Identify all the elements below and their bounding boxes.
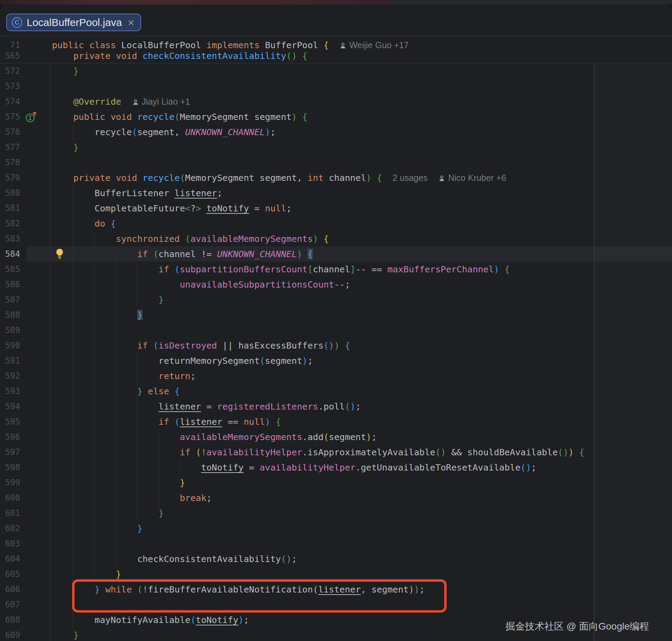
gutter [26,521,50,536]
gutter [26,627,50,641]
code-token: ( [174,416,180,427]
code-line: 590 if (isDestroyed || hasExcessBuffers(… [0,338,672,353]
line-number: 593 [0,384,26,399]
gutter [26,155,50,170]
code-token [201,203,206,213]
code-text: if (subpartitionBuffersCount[channel]-- … [50,262,672,277]
code-token: ; [355,401,361,412]
code-text: availableMemorySegments.add(segment); [50,429,672,445]
code-token: recycle [143,173,180,183]
code-line: 597 if (!availabilityHelper.isApproximat… [0,445,672,460]
code-text: } [50,506,672,521]
line-number: 602 [0,521,26,536]
code-token: toNotify [206,203,249,213]
line-number: 582 [0,216,26,231]
code-token [52,173,73,183]
line-number: 606 [0,582,26,597]
code-token [52,96,73,107]
line-number: 609 [0,627,26,641]
code-line: 588 } [0,307,672,323]
line-number: 607 [0,597,26,612]
gutter [26,170,50,185]
line-number: 565 [0,51,26,61]
code-line: 600 break; [0,490,672,506]
gutter [26,460,50,475]
author-inlay[interactable]: Weijie Guo +17 [339,40,408,50]
gutter [26,63,50,79]
tab-localbufferpool-java[interactable]: C LocalBufferPool.java × [6,14,141,31]
ide-window: C LocalBufferPool.java × 71public class … [0,0,672,641]
code-token: if [158,416,169,427]
code-token: { [308,249,313,259]
right-margin-guide [594,36,594,641]
code-token: ( [260,355,265,366]
code-token: registeredListeners [217,401,318,412]
code-token: CompletableFuture [52,203,185,213]
code-token [148,340,153,351]
code-token: } [52,142,79,152]
code-token: subpartitionBuffersCount [180,264,307,274]
code-token: isDestroyed [158,340,217,351]
code-token: } [52,508,164,518]
code-token [371,173,377,183]
code-token: ; [286,203,292,213]
code-line: 591 returnMemorySegment(segment); [0,353,672,368]
code-token: ) [366,432,371,442]
author-inlay[interactable]: Jiayi Liao +1 [132,97,190,106]
code-token: MemorySegment segment [180,112,291,122]
author-inlay[interactable]: Nico Kruber +6 [438,173,506,183]
line-number: 581 [0,201,26,216]
code-token: private void [73,51,143,61]
code-line: 586 unavailableSubpartitionsCount--; [0,277,672,292]
code-token: do [95,218,105,229]
code-text: return; [50,368,672,384]
editor-panel: C LocalBufferPool.java × 71public class … [0,5,672,641]
line-number: 604 [0,551,26,567]
code-text: private void checkConsistentAvailability… [50,51,672,61]
line-number: 574 [0,94,26,109]
code-token: channel != [158,249,217,259]
line-number: 600 [0,490,26,506]
person-icon [132,98,139,106]
code-text: } else { [50,384,672,399]
code-token: private void [73,173,143,183]
code-token: { [111,218,116,229]
usages-inlay[interactable]: 2 usages [393,173,428,183]
code-token: @Override [73,96,121,107]
code-text: if (channel != UNKNOWN_CHANNEL) { [50,246,672,262]
gutter [26,124,50,140]
code-text: } [50,475,672,490]
code-token [52,218,95,229]
code-token [148,249,153,259]
code-token: listener [180,416,222,427]
gutter [26,338,50,353]
code-line: 589 [0,323,672,338]
code-line: 71public class LocalBufferPool implement… [0,40,672,51]
code-token: availableMemorySegments [180,432,302,442]
code-token: public class [52,40,121,50]
code-text: break; [50,490,672,506]
code-token: ; [531,462,536,473]
code-token: int [308,173,324,183]
code-token: == [222,416,243,427]
gutter [26,140,50,155]
gutter [26,353,50,368]
code-token: ( [190,615,196,625]
line-number: 598 [0,460,26,475]
gutter [26,201,50,216]
gutter-separator [50,36,51,641]
code-token [52,462,201,473]
indent-guide [180,460,180,475]
code-line: 604 checkConsistentAvailability(); [0,551,672,567]
code-token: ) [494,264,499,274]
code-token: () [324,340,334,351]
code-editor[interactable]: 572 }573574 @OverrideJiayi Liao +1575 pu… [0,63,672,641]
line-number: 591 [0,353,26,368]
line-number: 603 [0,536,26,551]
code-text [50,79,672,94]
sticky-scope-header: 71public class LocalBufferPool implement… [0,36,672,63]
gutter [26,216,50,231]
close-tab-icon[interactable]: × [127,17,135,28]
code-token: listener [174,188,217,198]
code-token: [ [308,264,313,274]
